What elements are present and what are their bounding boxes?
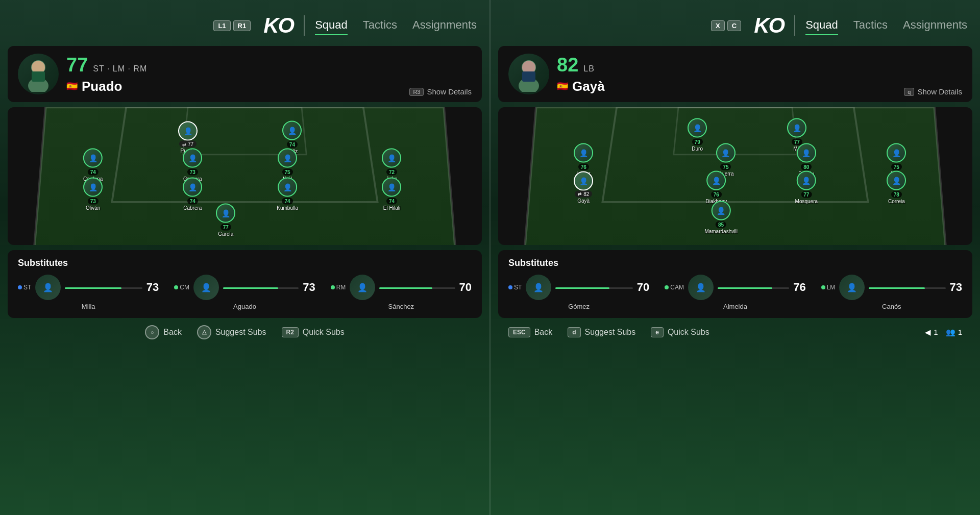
field-player-cardona[interactable]: 👤 74 Cardona	[83, 149, 103, 182]
left-substitutes-title: Substitutes	[18, 258, 472, 268]
field-player-kral[interactable]: 👤 75 Král	[278, 149, 297, 182]
left-sub-aguado-name: Aguado	[233, 303, 256, 310]
correia-label: 78	[891, 191, 902, 198]
field-player-diakhaby[interactable]: 👤 76 Diakhaby	[705, 170, 727, 204]
left-back-label: Back	[163, 328, 182, 337]
right-sub-canos-avatar: 👤	[839, 275, 865, 300]
duro-avatar: 👤	[688, 118, 707, 138]
left-sub-milla-rating: 73	[146, 281, 159, 294]
pepelu-label: 80	[801, 163, 812, 170]
left-substitutes-list: ST 👤 73 Milla CM	[18, 275, 472, 310]
right-player-flag: 🇪🇸	[557, 81, 568, 92]
l1-badge: L1	[213, 20, 230, 31]
left-sub-aguado[interactable]: CM 👤 73 Aguado	[174, 275, 315, 310]
left-sub-aguado-rating: 73	[303, 281, 315, 294]
right-back-label: Back	[534, 328, 553, 337]
field-player-olivan[interactable]: 👤 73 Oliván	[83, 178, 103, 211]
field-player-duro[interactable]: 👤 79 Duro	[688, 118, 707, 152]
left-arrow-icon: ◀	[925, 328, 931, 337]
left-tab-assignments[interactable]: Assignments	[412, 16, 477, 35]
right-sub-canos[interactable]: LM 👤 73 Canós	[821, 275, 962, 310]
x-badge: X	[711, 20, 725, 31]
field-player-cabrera[interactable]: 👤 74 Cabrera	[183, 178, 202, 211]
field-player-mosquera[interactable]: 👤 77 Mosquera	[795, 170, 818, 204]
field-player-gragera[interactable]: 👤 73 Gragera	[183, 149, 202, 182]
kumbulla-avatar: 👤	[278, 178, 297, 197]
right-sub-almeida[interactable]: CAM 👤 76 Almeida	[665, 275, 805, 310]
right-tab-assignments[interactable]: Assignments	[903, 16, 967, 35]
left-sub-milla-name: Milla	[82, 303, 95, 310]
left-sub-sanchez[interactable]: RM 👤 70 Sánchez	[331, 275, 472, 310]
left-field: 👤 ⇄77 Puado 👤 74 Velíz 👤 74 Cardona 👤	[8, 107, 482, 245]
veliz-label: 74	[287, 141, 298, 148]
right-sub-gomez-name: Gómez	[568, 303, 590, 310]
right-player-rating-row: 82 LB	[557, 54, 962, 76]
field-player-mamardashvili[interactable]: 👤 85 Mamardashvili	[704, 201, 737, 234]
right-player-rating: 82	[557, 54, 578, 76]
left-show-details[interactable]: R3 Show Details	[409, 87, 472, 96]
right-sub-almeida-name: Almeida	[723, 303, 747, 310]
left-player-name: Puado	[82, 79, 122, 94]
mir-avatar: 👤	[787, 118, 806, 138]
garcia-label: 77	[220, 224, 231, 231]
left-sub-sanchez-name: Sánchez	[388, 303, 414, 310]
right-back-action[interactable]: ESC Back	[508, 327, 552, 337]
right-quick-subs-action[interactable]: e Quick Subs	[651, 327, 709, 337]
left-sub-milla[interactable]: ST 👤 73 Milla	[18, 275, 159, 310]
field-player-correia[interactable]: 👤 78 Correia	[887, 170, 906, 204]
el-hilali-name: El Hilali	[383, 205, 400, 211]
gaya-avatar: 👤	[574, 171, 593, 190]
left-player-rating-row: 77 ST · LM · RM	[66, 54, 472, 76]
field-player-gaya[interactable]: 👤 ⇄82 Gayà	[574, 171, 593, 203]
left-sub-aguado-pos: CM	[174, 284, 189, 291]
left-substitutes-panel: Substitutes ST 👤 73 Mi	[8, 250, 482, 318]
right-suggest-subs-action[interactable]: d Suggest Subs	[568, 327, 635, 337]
right-suggest-key: d	[568, 327, 580, 337]
c-badge: C	[727, 20, 741, 31]
field-player-kumbulla[interactable]: 👤 74 Kumbulla	[277, 178, 298, 211]
el-hilali-avatar: 👤	[382, 178, 401, 197]
left-tab-tactics[interactable]: Tactics	[363, 16, 397, 35]
right-player-avatar	[508, 54, 549, 94]
left-back-key: ○	[145, 325, 159, 339]
right-sub-canos-pos: LM	[821, 284, 836, 291]
people-icon: 👥	[946, 328, 955, 337]
left-quick-subs-action[interactable]: R2 Quick Subs	[282, 327, 345, 337]
left-back-action[interactable]: ○ Back	[145, 325, 182, 339]
right-tab-tactics[interactable]: Tactics	[853, 16, 888, 35]
left-logo-divider	[304, 15, 305, 36]
field-player-garcia[interactable]: 👤 77 García	[216, 204, 235, 237]
left-suggest-subs-action[interactable]: △ Suggest Subs	[197, 325, 266, 339]
veliz-avatar: 👤	[282, 121, 302, 140]
mosquera-label: 77	[801, 191, 812, 198]
left-quick-subs-label: Quick Subs	[303, 328, 345, 337]
right-page-indicator: ◀ 1 👥 1	[925, 328, 962, 337]
right-player-card: 82 LB 🇪🇸 Gayà q Show Details	[498, 46, 972, 102]
right-logo-divider	[794, 15, 795, 36]
main-container: L1 R1 KO Squad Tactics Assignments	[0, 0, 980, 515]
right-player-name: Gayà	[572, 79, 605, 94]
right-sub-canos-rating: 73	[950, 281, 962, 294]
rioja-avatar: 👤	[887, 143, 906, 162]
right-sub-gomez[interactable]: ST 👤 70 Gómez	[508, 275, 649, 310]
field-player-el-hilali[interactable]: 👤 74 El Hilali	[382, 178, 401, 211]
right-quick-subs-label: Quick Subs	[668, 328, 709, 337]
gaya-name: Gayà	[577, 198, 590, 203]
right-panel: X C KO Squad Tactics Assignments	[491, 0, 980, 515]
right-sub-almeida-pos: CAM	[665, 284, 684, 291]
left-sub-milla-pos: ST	[18, 284, 31, 291]
left-controller-hints: L1 R1	[213, 20, 251, 31]
right-quick-subs-key: e	[651, 327, 664, 337]
right-nav: Squad Tactics Assignments	[805, 16, 967, 35]
right-sub-almeida-avatar: 👤	[688, 275, 714, 300]
mamardashvili-label: 85	[716, 222, 726, 228]
gragera-avatar: 👤	[183, 149, 202, 168]
field-player-jofre[interactable]: 👤 72 Jofre	[382, 149, 401, 182]
left-tab-squad[interactable]: Squad	[315, 16, 348, 35]
left-player-rating: 77	[66, 54, 88, 76]
right-substitutes-title: Substitutes	[508, 258, 962, 268]
right-tab-squad[interactable]: Squad	[805, 16, 838, 35]
right-show-details[interactable]: q Show Details	[904, 87, 962, 96]
left-arrow-indicator[interactable]: ◀ 1	[925, 328, 938, 337]
left-suggest-label: Suggest Subs	[215, 328, 266, 337]
